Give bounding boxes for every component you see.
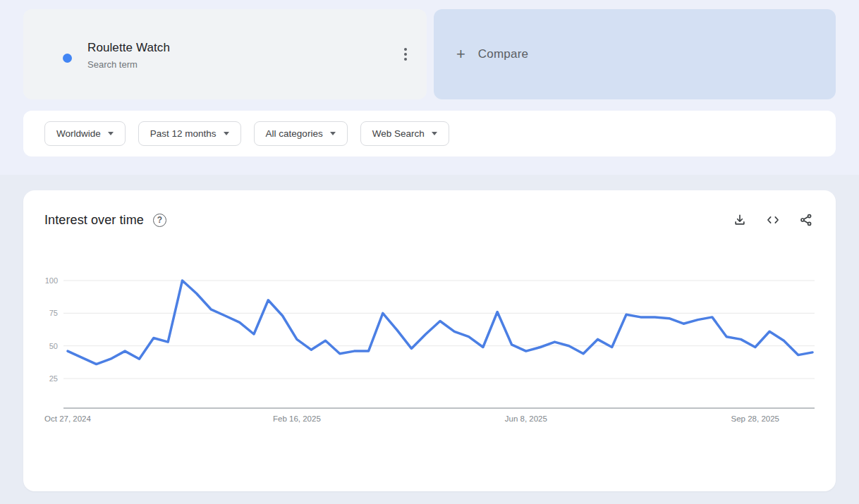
content-section: Interest over time ? <box>0 175 859 491</box>
time-filter-label: Past 12 months <box>150 128 217 139</box>
chart-actions <box>731 211 815 228</box>
x-axis-tick-label: Oct 27, 2024 <box>44 414 91 423</box>
search-type-filter-label: Web Search <box>372 128 425 139</box>
share-icon[interactable] <box>798 211 815 228</box>
help-icon[interactable]: ? <box>153 214 166 227</box>
y-axis-tick-label: 50 <box>49 342 58 350</box>
download-icon[interactable] <box>731 211 748 228</box>
interest-line-chart: 100755025Oct 27, 2024Feb 16, 2025Jun 8, … <box>23 272 836 434</box>
search-terms-row: Roulette Watch Search term + Compare <box>23 9 836 99</box>
geo-filter-dropdown[interactable]: Worldwide <box>44 121 126 146</box>
chevron-down-icon <box>330 132 336 135</box>
search-type-filter-dropdown[interactable]: Web Search <box>360 121 449 146</box>
header-section: Roulette Watch Search term + Compare Wor… <box>0 0 859 175</box>
filter-bar: Worldwide Past 12 months All categories … <box>23 111 836 156</box>
chevron-down-icon <box>224 132 229 135</box>
search-term-card: Roulette Watch Search term <box>23 9 427 99</box>
series-color-dot <box>63 54 72 63</box>
chart-title: Interest over time <box>44 213 144 228</box>
search-term-title: Roulette Watch <box>87 41 170 55</box>
geo-filter-label: Worldwide <box>56 128 101 139</box>
y-axis-tick-label: 75 <box>49 309 58 317</box>
chart-area: 100755025Oct 27, 2024Feb 16, 2025Jun 8, … <box>23 272 836 437</box>
category-filter-label: All categories <box>266 128 323 139</box>
y-axis-tick-label: 25 <box>49 374 58 383</box>
time-filter-dropdown[interactable]: Past 12 months <box>138 121 241 146</box>
interest-over-time-card: Interest over time ? <box>23 190 836 491</box>
chevron-down-icon <box>108 132 114 135</box>
search-term-subtitle: Search term <box>87 59 170 70</box>
compare-button[interactable]: + Compare <box>434 9 836 99</box>
x-axis-tick-label: Jun 8, 2025 <box>505 414 547 423</box>
kebab-menu-icon[interactable] <box>400 44 411 65</box>
search-term-text: Roulette Watch Search term <box>87 41 170 70</box>
chevron-down-icon <box>432 132 437 135</box>
plus-icon: + <box>456 47 465 62</box>
trend-line <box>68 281 812 364</box>
embed-icon[interactable] <box>764 211 782 228</box>
category-filter-dropdown[interactable]: All categories <box>254 121 348 146</box>
y-axis-tick-label: 100 <box>45 276 58 285</box>
compare-label: Compare <box>478 47 528 61</box>
chart-header: Interest over time ? <box>23 190 836 228</box>
x-axis-tick-label: Feb 16, 2025 <box>273 414 321 423</box>
x-axis-tick-label: Sep 28, 2025 <box>731 414 779 423</box>
